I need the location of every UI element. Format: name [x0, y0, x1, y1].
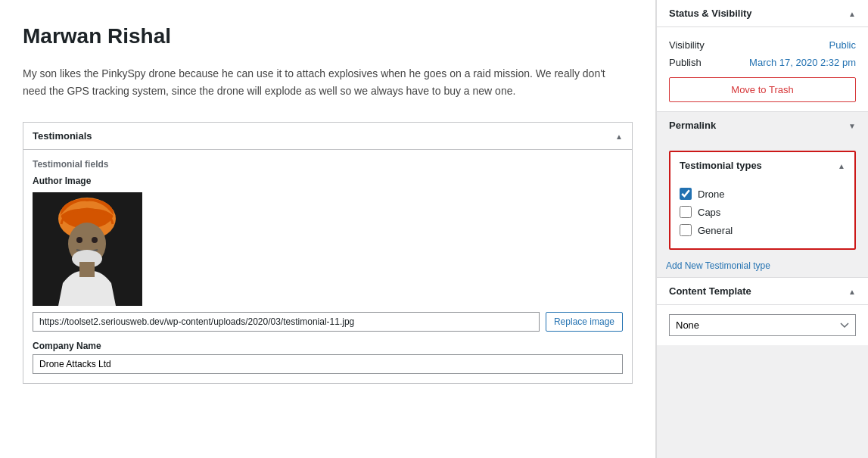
status-visibility-content: Visibility Public Publish March 17, 2020… [657, 27, 868, 111]
testimonial-types-content: Drone Caps General [670, 179, 854, 248]
status-visibility-panel: Status & Visibility Visibility Public Pu… [657, 0, 868, 112]
drone-label[interactable]: Drone [698, 188, 724, 200]
red-arrow [656, 195, 657, 240]
visibility-value[interactable]: Public [829, 39, 856, 51]
testimonial-types-collapse-icon [838, 160, 845, 171]
svg-rect-8 [79, 262, 95, 277]
replace-image-button[interactable]: Replace image [546, 312, 623, 332]
checkbox-drone-item: Drone [680, 185, 845, 203]
permalink-row[interactable]: Permalink [657, 112, 868, 139]
sidebar-top: Status & Visibility Visibility Public Pu… [657, 0, 868, 345]
testimonials-meta-box-content: Testimonial fields Author Image [23, 150, 632, 383]
author-image-preview [33, 192, 142, 306]
testimonial-types-header[interactable]: Testimonial types [670, 152, 854, 179]
testimonials-meta-box: Testimonials Testimonial fields Author I… [23, 122, 633, 384]
publish-label: Publish [669, 57, 702, 68]
caps-label[interactable]: Caps [698, 207, 720, 218]
sidebar: Status & Visibility Visibility Public Pu… [656, 0, 868, 458]
image-url-input[interactable] [33, 312, 540, 332]
status-visibility-header[interactable]: Status & Visibility [657, 0, 868, 27]
content-template-header[interactable]: Content Template [657, 278, 868, 305]
publish-row: Publish March 17, 2020 2:32 pm [669, 54, 856, 71]
post-title: Marwan Rishal [23, 23, 633, 50]
general-checkbox[interactable] [680, 224, 692, 236]
drone-checkbox[interactable] [680, 188, 692, 200]
testimonials-box-title: Testimonials [33, 130, 92, 142]
publish-value[interactable]: March 17, 2020 2:32 pm [749, 57, 856, 68]
permalink-expand-icon [848, 120, 856, 131]
company-name-label: Company Name [33, 341, 623, 351]
main-content: Marwan Rishal My son likes the PinkySpy … [0, 0, 656, 458]
image-url-row: Replace image [33, 312, 623, 332]
svg-point-5 [76, 237, 82, 243]
svg-point-6 [92, 237, 98, 243]
content-template-panel: Content Template None [657, 277, 868, 345]
testimonials-collapse-icon [615, 130, 623, 142]
status-visibility-collapse-icon [848, 8, 856, 19]
testimonials-meta-box-header[interactable]: Testimonials [23, 123, 632, 150]
testimonial-types-panel: Testimonial types Drone Caps [669, 151, 856, 250]
general-label[interactable]: General [698, 225, 733, 236]
caps-checkbox[interactable] [680, 206, 692, 218]
content-template-content: None [657, 305, 868, 345]
add-new-testimonial-type-link[interactable]: Add New Testimonial type [663, 256, 862, 277]
content-template-collapse-icon [848, 285, 856, 297]
author-image-label: Author Image [33, 176, 623, 186]
company-name-input[interactable] [33, 354, 623, 374]
status-visibility-title: Status & Visibility [669, 8, 752, 19]
testimonial-fields-label: Testimonial fields [33, 159, 623, 170]
content-template-title: Content Template [669, 285, 751, 297]
visibility-label: Visibility [669, 39, 705, 51]
post-body: My son likes the PinkySpy drone because … [23, 65, 613, 99]
checkbox-caps-item: Caps [680, 203, 845, 221]
permalink-label: Permalink [669, 120, 716, 131]
move-to-trash-button[interactable]: Move to Trash [669, 77, 856, 102]
visibility-row: Visibility Public [669, 36, 856, 54]
testimonial-types-title: Testimonial types [680, 160, 762, 171]
content-template-select[interactable]: None [669, 314, 856, 336]
checkbox-general-item: General [680, 221, 845, 239]
